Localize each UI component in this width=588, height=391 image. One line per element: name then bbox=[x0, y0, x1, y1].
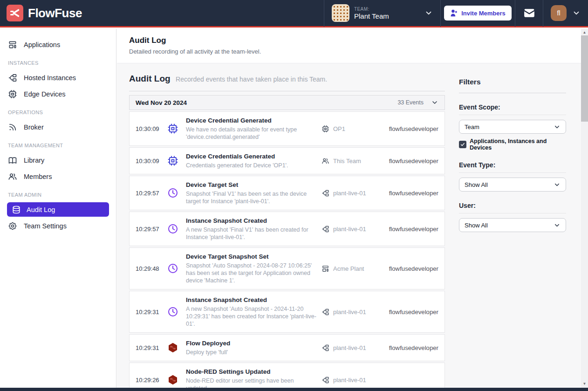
event-type-select[interactable]: Show All bbox=[459, 178, 566, 192]
chip-icon bbox=[167, 155, 178, 166]
sidebar-section-team-admin: TEAM ADMIN bbox=[0, 185, 116, 201]
user-avatar: fl bbox=[551, 5, 567, 21]
sidebar-item-applications[interactable]: Applications bbox=[0, 36, 116, 53]
divider bbox=[129, 91, 445, 91]
sidebar-section-team-management: TEAM MANAGEMENT bbox=[0, 135, 116, 152]
team-label: TEAM: bbox=[354, 7, 420, 12]
audit-event-row[interactable]: 10:29:57 Instance Snapshot Created A new… bbox=[129, 212, 445, 246]
chip-icon bbox=[167, 123, 178, 134]
event-title: Device Target Snapshot Set bbox=[186, 253, 318, 261]
event-title: Device Target Set bbox=[186, 181, 318, 189]
audit-event-row[interactable]: 10:29:26 Node-RED Settings Updated Node-… bbox=[129, 363, 445, 388]
applications-icon bbox=[8, 40, 17, 49]
audit-event-row[interactable]: 10:30:09 Device Credential Generated We … bbox=[129, 111, 445, 146]
user-menu[interactable]: fl bbox=[543, 0, 588, 27]
event-time: 10:29:48 bbox=[136, 265, 164, 272]
audit-event-row[interactable]: 10:29:31 Flow Deployed Deploy type 'full… bbox=[129, 334, 445, 361]
filters-heading: Filters bbox=[459, 78, 566, 86]
event-description: A new Snapshot 'Final V1' has been creat… bbox=[186, 226, 318, 241]
event-scope-label: plant-live-01 bbox=[333, 344, 366, 351]
event-scope: Acme Plant bbox=[321, 265, 387, 273]
event-scope-label: plant-live-01 bbox=[333, 190, 366, 197]
user-plus-icon bbox=[450, 9, 458, 17]
notifications-button[interactable] bbox=[515, 0, 543, 27]
event-user: flowfusedeveloper bbox=[387, 265, 438, 272]
event-description: A new Snapshot 'Auto Snapshot - 2024-11-… bbox=[186, 305, 318, 328]
sidebar-item-broker[interactable]: Broker bbox=[0, 119, 116, 135]
vertical-scrollbar[interactable]: ▲ ▼ bbox=[581, 29, 588, 391]
date-group-count: 33 Events bbox=[397, 99, 424, 106]
audit-heading: Audit Log bbox=[129, 74, 171, 83]
audit-event-row[interactable]: 10:29:31 Instance Snapshot Created A new… bbox=[129, 291, 445, 333]
audit-event-row[interactable]: 10:30:09 Device Credentials Generated Cr… bbox=[129, 147, 445, 174]
chevron-down-icon bbox=[572, 9, 581, 17]
audit-event-row[interactable]: 10:29:57 Device Target Set Snapshot 'Fin… bbox=[129, 176, 445, 210]
user-filter-select[interactable]: Show All bbox=[459, 218, 566, 232]
event-scope-select[interactable]: Team bbox=[459, 120, 566, 134]
event-description: Snapshot 'Final V1' has been set as the … bbox=[186, 190, 318, 205]
event-scope-label: OP1 bbox=[333, 125, 345, 132]
date-group-header[interactable]: Wed Nov 20 2024 33 Events bbox=[129, 95, 445, 110]
mail-icon bbox=[523, 7, 535, 19]
divider bbox=[459, 93, 566, 93]
flowfuse-logo-icon[interactable] bbox=[7, 5, 23, 21]
chevron-down-icon bbox=[424, 9, 433, 17]
page-subtitle: Detailed recording of all activity at th… bbox=[129, 48, 569, 55]
chip-icon bbox=[321, 125, 329, 133]
event-scope-label: plant-live-01 bbox=[333, 309, 366, 316]
event-description: Deploy type 'full' bbox=[186, 349, 318, 356]
instances-icon bbox=[321, 225, 329, 233]
invite-members-button[interactable]: Invite Members bbox=[444, 6, 512, 21]
team-name: Plant Team bbox=[354, 12, 420, 20]
user-filter-value: Show All bbox=[465, 222, 554, 229]
scroll-down-arrow[interactable]: ▼ bbox=[581, 380, 588, 387]
sidebar-section-operations: OPERATIONS bbox=[0, 102, 116, 119]
audit-table: Wed Nov 20 2024 33 Events 10:30:09 Devic… bbox=[129, 95, 445, 388]
audit-log-panel: Audit Log Recorded events that have take… bbox=[129, 73, 445, 388]
event-description: Credentials generated for Device 'OP1'. bbox=[186, 162, 318, 169]
sidebar-section-instances: INSTANCES bbox=[0, 53, 116, 69]
broker-icon bbox=[8, 123, 17, 132]
event-type-value: Show All bbox=[465, 181, 554, 188]
date-group-label: Wed Nov 20 2024 bbox=[136, 99, 397, 106]
scrollbar-thumb[interactable] bbox=[581, 35, 588, 122]
applications-icon bbox=[321, 265, 329, 273]
library-icon bbox=[8, 156, 17, 165]
sidebar-item-members[interactable]: Members bbox=[0, 168, 116, 185]
event-scope: This Team bbox=[321, 157, 387, 165]
event-time: 10:29:31 bbox=[136, 344, 164, 351]
event-scope: plant-live-01 bbox=[321, 308, 387, 316]
sidebar-item-hosted-instances[interactable]: Hosted Instances bbox=[0, 69, 116, 86]
event-time: 10:30:09 bbox=[136, 125, 164, 132]
instances-icon bbox=[8, 73, 17, 82]
event-user: flowfusedeveloper bbox=[387, 125, 438, 132]
event-time: 10:30:09 bbox=[136, 158, 164, 165]
instances-icon bbox=[321, 189, 329, 197]
event-scope-label: Event Scope: bbox=[459, 103, 566, 115]
settings-icon bbox=[8, 221, 17, 231]
event-scope: plant-live-01 bbox=[321, 225, 387, 233]
event-user: flowfusedeveloper bbox=[387, 226, 438, 233]
sidebar-item-library[interactable]: Library bbox=[0, 152, 116, 168]
scroll-up-arrow[interactable]: ▲ bbox=[581, 29, 588, 36]
include-scope-checkbox-row[interactable]: Applications, Instances and Devices bbox=[459, 138, 566, 151]
event-scope-value: Team bbox=[465, 123, 554, 130]
chevron-down-icon bbox=[554, 181, 561, 188]
filters-panel: Filters Event Scope: Team Applications, … bbox=[459, 73, 566, 388]
team-selector[interactable]: TEAM: Plant Team bbox=[324, 0, 440, 27]
members-icon bbox=[8, 172, 17, 181]
event-scope-label: This Team bbox=[333, 158, 361, 165]
event-type-label: Event Type: bbox=[459, 161, 566, 173]
event-title: Instance Snapshot Created bbox=[186, 296, 318, 304]
sidebar-item-team-settings[interactable]: Team Settings bbox=[0, 218, 116, 234]
clock-icon bbox=[167, 306, 178, 317]
audit-event-row[interactable]: 10:29:48 Device Target Snapshot Set Snap… bbox=[129, 247, 445, 289]
event-title: Device Credentials Generated bbox=[186, 152, 318, 161]
event-scope-label: plant-live-01 bbox=[333, 226, 366, 233]
include-scope-checkbox-label: Applications, Instances and Devices bbox=[470, 138, 566, 151]
event-description: We have no details available for event t… bbox=[186, 126, 318, 141]
sidebar-item-audit-log[interactable]: Audit Log bbox=[7, 202, 109, 217]
checkbox-checked[interactable] bbox=[459, 141, 466, 148]
sidebar-item-edge-devices[interactable]: Edge Devices bbox=[0, 86, 116, 102]
instances-icon bbox=[321, 344, 329, 352]
